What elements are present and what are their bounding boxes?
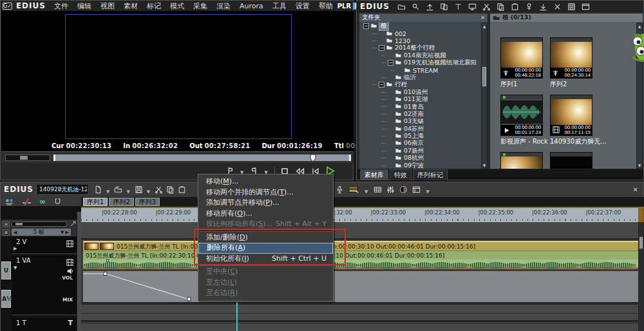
track-2v-content[interactable] xyxy=(81,222,638,240)
clip-color-button[interactable] xyxy=(348,184,359,194)
bin-tab-特效[interactable]: 特效 xyxy=(390,169,412,180)
bin-clip-card[interactable]: 00:00:00:0000:01:17:24 xyxy=(500,95,543,136)
sync-dots-button[interactable] xyxy=(5,196,14,207)
bin-clip-card[interactable] xyxy=(500,152,543,169)
track-1t-content[interactable] xyxy=(81,305,638,322)
loop-infinity-button[interactable]: ∞ xyxy=(39,196,46,207)
tree-collapse-icon[interactable]: − xyxy=(379,45,384,51)
pin-icon[interactable] xyxy=(525,1,533,12)
sequence-tab-序列1[interactable]: 序列1 xyxy=(83,198,108,206)
save-floppy-button[interactable] xyxy=(135,184,143,194)
sequence-name-field[interactable]: 140928无机油-1230 xyxy=(37,185,88,194)
shuttle-handle[interactable] xyxy=(20,156,28,160)
tree-item-019无机油视频组湖北襄阳[interactable]: −019无机油视频组湖北襄阳 xyxy=(361,59,480,66)
folder-icon[interactable] xyxy=(397,1,406,12)
track-grid-button[interactable] xyxy=(374,184,382,194)
title-t-icon[interactable] xyxy=(454,1,462,12)
volume-rubberband[interactable] xyxy=(83,271,638,302)
a-track-button[interactable]: A½ xyxy=(1,290,11,308)
timeline-scroll-thumb[interactable] xyxy=(639,237,643,249)
timeline-zoom-handle[interactable] xyxy=(15,223,23,225)
paste-icon[interactable] xyxy=(511,1,519,12)
panel-dropdown-icon[interactable]: ▼ xyxy=(425,184,430,196)
menu-item-移动M[interactable]: 移动(M)... xyxy=(198,176,333,187)
tree-item-09宁波[interactable]: 09宁波 xyxy=(361,162,480,169)
open-folder-button[interactable] xyxy=(114,184,122,194)
close-x-icon[interactable] xyxy=(553,1,562,12)
sequence-tab-序列3[interactable]: 序列3 xyxy=(135,198,160,206)
menu-item-至左边L[interactable]: 至左边(L) xyxy=(198,278,333,288)
menubar-item-帮助[interactable]: 帮助 xyxy=(314,1,337,11)
bin-clip-card[interactable]: 00:00:00:0000:46:22:18 xyxy=(500,37,543,79)
menubar-item-工具[interactable]: 工具 xyxy=(268,1,291,11)
mix-rubberband-area[interactable] xyxy=(83,271,638,302)
timeline-ruler[interactable]: |00:22:28:00|00:22:29:00|00:22:30:00|00:… xyxy=(81,208,638,222)
mascot-icon[interactable] xyxy=(630,31,644,64)
vol-label[interactable]: VOL xyxy=(62,275,73,281)
menubar-item-模式[interactable]: 模式 xyxy=(166,1,189,11)
menubar-item-Aurora[interactable]: Aurora xyxy=(235,2,268,10)
clip-waveform-row[interactable] xyxy=(83,260,638,269)
frame-step-control[interactable]: ◀ 5 帧 ▼ ▶ xyxy=(12,229,71,236)
menubar-item-视图[interactable]: 视图 xyxy=(96,1,119,11)
bin-clip-card[interactable]: 00:00:00:0000:24:30:14 xyxy=(550,37,592,79)
bin-tab-序列标记[interactable]: 序列标记 xyxy=(413,169,448,180)
menu-item-至右边R[interactable]: 至右边(R) xyxy=(198,288,333,299)
folder-tree-scrollbar[interactable]: ▲ ▼ xyxy=(481,23,488,169)
tree-collapse-icon[interactable]: − xyxy=(388,60,393,66)
menubar-item-文件[interactable]: 文件 xyxy=(50,1,73,11)
clip-color-dropdown-icon[interactable]: ▼ xyxy=(364,184,369,196)
waveform-keyframe-dot[interactable] xyxy=(106,260,109,262)
tree-item-STREAM[interactable]: STREAM xyxy=(361,66,480,73)
track-1a-content[interactable] xyxy=(81,324,638,331)
scissors-button[interactable] xyxy=(155,184,163,194)
panel-button[interactable] xyxy=(412,184,421,194)
open-folder-dropdown-icon[interactable]: ▼ xyxy=(126,184,131,196)
scissors-icon[interactable] xyxy=(482,1,491,12)
shuttle-slider[interactable] xyxy=(5,155,50,161)
save-floppy-dropdown-icon[interactable]: ▼ xyxy=(146,184,151,196)
plr-indicator[interactable]: PLR xyxy=(337,3,351,10)
menu-item-添加调节点并移动P[interactable]: 添加调节点并移动(P)... xyxy=(198,198,333,209)
tree-collapse-icon[interactable]: − xyxy=(379,82,384,88)
track-2v-expand-icon[interactable]: ▶ xyxy=(14,246,17,251)
new-doc-button[interactable] xyxy=(94,184,102,194)
clip-video-segment[interactable]: 015兰州威力狮-兰州 TL [In:00:22:30:10 Out:00:22… xyxy=(83,241,638,251)
menubar-item-编辑[interactable]: 编辑 xyxy=(73,1,96,11)
paste-button[interactable] xyxy=(178,184,186,194)
menubar-item-素材[interactable]: 素材 xyxy=(119,1,142,11)
grid-menu-icon[interactable] xyxy=(567,1,576,12)
bin-clip-card[interactable]: 00:00:00:0000:17:11:15 xyxy=(550,95,592,136)
timeline-playhead-line[interactable] xyxy=(236,302,238,331)
track-1va-collapse-icon[interactable]: ▼ xyxy=(14,265,17,270)
u-track-button[interactable]: U xyxy=(1,261,11,279)
menubar-item-渲染[interactable]: 渲染 xyxy=(212,1,235,11)
clip-audio-segment[interactable]: 015兰州威力狮-兰州 TL [In:00:22:30:10 Out:00:22… xyxy=(83,251,638,260)
monitor-icon[interactable] xyxy=(468,1,477,12)
timeline-scrollbar[interactable] xyxy=(638,222,644,331)
menu-item-至中央C[interactable]: 至中央(C) xyxy=(198,267,333,278)
up-arrow-icon[interactable] xyxy=(426,1,434,12)
track-header-1t[interactable]: 1 T T xyxy=(12,318,77,331)
frame-step-prev-icon[interactable]: ◀ xyxy=(14,230,17,235)
copy-icon[interactable] xyxy=(497,1,505,12)
menu-item-移动两个并排的调节点T[interactable]: 移动两个并排的调节点(T)... xyxy=(198,187,333,198)
timeline-zoom-slider[interactable] xyxy=(12,222,67,227)
bin-clip-card[interactable] xyxy=(550,152,592,169)
tree-collapse-icon[interactable]: − xyxy=(363,23,369,29)
folder-tree-scroll-thumb[interactable] xyxy=(482,67,486,86)
mix-label[interactable]: MIX xyxy=(62,297,73,303)
search-icon[interactable] xyxy=(412,1,420,12)
tree-item-根[interactable]: −根 xyxy=(361,23,480,30)
track-header-1va[interactable]: 1 VA ▼ VOL MIX xyxy=(12,256,77,316)
mixer-button[interactable] xyxy=(386,184,395,194)
sequence-tab-序列2[interactable]: 序列2 xyxy=(109,198,133,206)
menubar-item-标记[interactable]: 标记 xyxy=(142,1,166,11)
scope-circle-button[interactable] xyxy=(399,184,408,194)
new-doc-dropdown-icon[interactable]: ▼ xyxy=(106,184,111,196)
playhead-marker[interactable] xyxy=(310,155,316,162)
menubar-item-设置[interactable]: 设置 xyxy=(291,1,314,11)
bin-tab-素材库[interactable]: 素材库 xyxy=(360,169,388,180)
snap-magnet-button[interactable] xyxy=(53,196,62,207)
tree-item-临沂[interactable]: 临沂 xyxy=(361,74,480,81)
